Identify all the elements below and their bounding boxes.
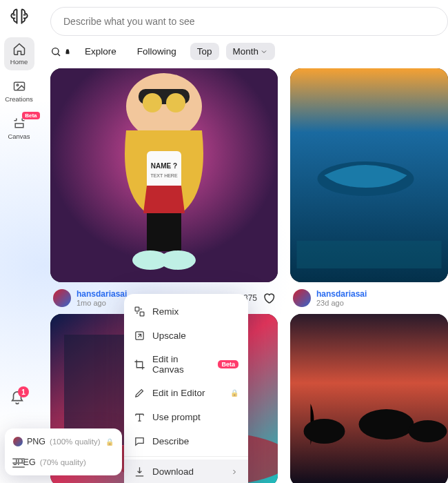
tab-top[interactable]: Top xyxy=(190,43,219,60)
creation-card[interactable]: NAME ? TEXT HERE xyxy=(50,68,278,282)
svg-rect-25 xyxy=(140,312,144,316)
image-icon xyxy=(12,79,26,93)
beta-badge: Beta xyxy=(218,360,238,368)
download-png-quality: (100% quality) xyxy=(50,437,101,446)
time-ago: 23d ago xyxy=(316,299,367,307)
svg-point-6 xyxy=(143,93,162,112)
svg-point-22 xyxy=(359,409,414,440)
ctx-edit-editor[interactable]: Edit in Editor 🔒 xyxy=(124,381,248,405)
svg-point-2 xyxy=(52,48,59,54)
ctx-remix[interactable]: Remix xyxy=(124,299,248,324)
svg-rect-24 xyxy=(135,307,139,311)
svg-rect-0 xyxy=(14,82,24,90)
beta-badge: Beta xyxy=(22,112,39,119)
nav-canvas-label: Canvas xyxy=(8,132,30,140)
avatar[interactable] xyxy=(293,289,311,307)
lock-icon xyxy=(64,48,71,55)
home-icon xyxy=(12,42,26,56)
svg-point-23 xyxy=(409,420,447,442)
heart-icon[interactable] xyxy=(263,292,275,304)
menu-button[interactable] xyxy=(12,458,25,468)
card-meta: hansdariasai 23d ago xyxy=(290,282,448,314)
download-png-label: PNG xyxy=(27,437,45,446)
topbar xyxy=(38,0,448,43)
tab-explore[interactable]: Explore xyxy=(78,43,123,60)
svg-point-7 xyxy=(166,93,185,112)
format-swatch xyxy=(13,437,23,446)
chevron-right-icon xyxy=(230,468,238,476)
time-ago: 1mo ago xyxy=(77,299,127,307)
svg-point-4 xyxy=(126,73,202,139)
creation-image xyxy=(290,314,448,483)
chat-icon xyxy=(134,435,145,447)
ctx-describe-label: Describe xyxy=(152,436,189,446)
ctx-download-label: Download xyxy=(152,466,194,477)
creation-image: NAME ? TEXT HERE xyxy=(50,68,278,282)
crop-icon xyxy=(134,359,145,371)
filter-icon-button[interactable] xyxy=(50,46,71,57)
tab-following[interactable]: Following xyxy=(130,43,183,60)
creation-card[interactable] xyxy=(290,68,448,282)
ctx-remix-label: Remix xyxy=(152,306,179,317)
tab-month-label: Month xyxy=(233,46,259,57)
app-logo[interactable] xyxy=(10,7,29,26)
nav-creations-label: Creations xyxy=(5,95,33,103)
svg-point-13 xyxy=(160,250,196,270)
download-png[interactable]: PNG (100% quality) 🔒 xyxy=(5,431,122,452)
svg-rect-11 xyxy=(147,213,181,251)
download-submenu: PNG (100% quality) 🔒 JPEG (70% quality) xyxy=(5,428,122,475)
author-name[interactable]: hansdariasai xyxy=(316,289,367,299)
upscale-icon xyxy=(134,330,145,342)
creation-card[interactable] xyxy=(290,314,448,483)
lock-icon: 🔒 xyxy=(105,438,114,446)
search xyxy=(50,7,448,36)
svg-rect-20 xyxy=(290,314,448,483)
ctx-edit-editor-label: Edit in Editor xyxy=(152,388,205,398)
divider xyxy=(124,456,248,457)
ctx-use-prompt-label: Use prompt xyxy=(152,412,201,422)
ctx-use-prompt[interactable]: Use prompt xyxy=(124,405,248,429)
filters: Explore Following Top Month xyxy=(38,43,448,68)
svg-rect-19 xyxy=(297,241,442,268)
svg-text:TEXT HERE: TEXT HERE xyxy=(150,173,177,178)
nav-creations[interactable]: Creations xyxy=(4,75,34,108)
context-menu: Remix Upscale Edit in Canvas Beta Edit i… xyxy=(124,294,248,483)
svg-point-1 xyxy=(17,84,19,86)
creation-image xyxy=(290,68,448,282)
svg-text:NAME ?: NAME ? xyxy=(151,162,177,170)
avatar[interactable] xyxy=(53,289,71,307)
tab-month[interactable]: Month xyxy=(226,43,276,60)
search-input[interactable] xyxy=(50,7,448,36)
search-icon xyxy=(50,46,61,57)
chevron-down-icon xyxy=(260,48,268,56)
sidebar: Home Creations Beta Canvas xyxy=(0,0,38,483)
pencil-icon xyxy=(134,387,145,399)
download-icon xyxy=(134,466,145,477)
ctx-upscale[interactable]: Upscale xyxy=(124,324,248,348)
nav-canvas[interactable]: Beta Canvas xyxy=(4,112,34,145)
svg-point-21 xyxy=(304,419,345,444)
ctx-edit-canvas[interactable]: Edit in Canvas Beta xyxy=(124,348,248,381)
nav-home[interactable]: Home xyxy=(4,37,34,70)
download-jpeg-quality: (70% quality) xyxy=(40,458,86,466)
notification-badge: 1 xyxy=(18,386,29,397)
lock-icon: 🔒 xyxy=(230,389,238,397)
nav-home-label: Home xyxy=(10,58,28,66)
ctx-describe[interactable]: Describe xyxy=(124,429,248,453)
text-icon xyxy=(134,411,145,423)
notifications-button[interactable]: 1 xyxy=(10,391,25,408)
ctx-upscale-label: Upscale xyxy=(152,331,186,341)
ctx-edit-canvas-label: Edit in Canvas xyxy=(152,354,211,375)
remix-icon xyxy=(134,306,145,317)
ctx-download[interactable]: Download xyxy=(124,460,248,483)
author-name[interactable]: hansdariasai xyxy=(77,289,127,299)
